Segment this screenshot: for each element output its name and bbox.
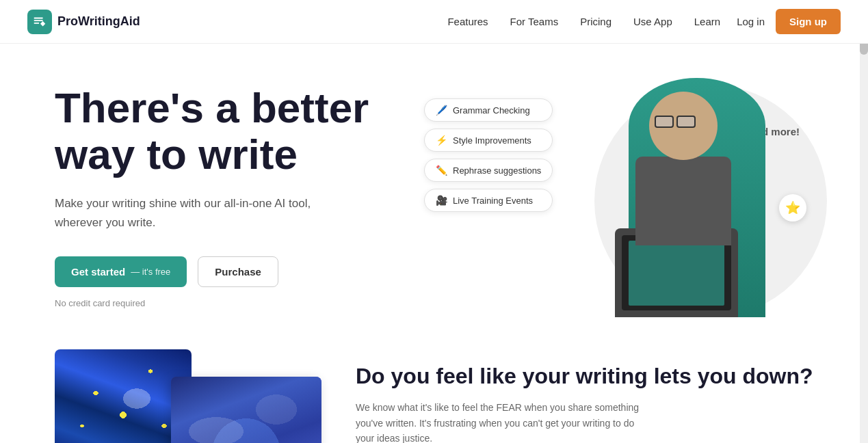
style-icon: ⚡ xyxy=(436,135,447,146)
nav-links: Features For Teams Pricing Use App Learn xyxy=(447,16,720,28)
nav-item-for-teams[interactable]: For Teams xyxy=(510,16,559,28)
artwork-front xyxy=(171,377,321,443)
nav-link-learn[interactable]: Learn xyxy=(694,16,720,27)
pill-rephrase-label: Rephrase suggestions xyxy=(453,165,541,176)
purchase-button[interactable]: Purchase xyxy=(198,256,278,287)
pill-style: ⚡ Style Improvements xyxy=(424,129,553,152)
login-link[interactable]: Log in xyxy=(737,16,765,27)
get-started-button[interactable]: Get started — it's free xyxy=(55,256,187,287)
bottom-body: We know what it's like to feel the FEAR … xyxy=(356,400,643,443)
logo-text: ProWritingAid xyxy=(57,14,140,29)
navbar: ProWritingAid Features For Teams Pricing… xyxy=(0,0,868,44)
nav-link-use-app[interactable]: Use App xyxy=(633,16,672,27)
nav-link-for-teams[interactable]: For Teams xyxy=(510,16,559,27)
pill-style-label: Style Improvements xyxy=(453,135,531,146)
logo-icon xyxy=(27,10,52,34)
hero-buttons: Get started — it's free Purchase xyxy=(55,256,438,287)
pill-grammar-label: Grammar Checking xyxy=(453,105,530,116)
nav-item-features[interactable]: Features xyxy=(447,16,488,28)
star-badge: ⭐ xyxy=(779,194,806,222)
nav-item-pricing[interactable]: Pricing xyxy=(580,16,611,28)
training-icon: 🎥 xyxy=(436,195,447,206)
nav-item-use-app[interactable]: Use App xyxy=(633,16,672,28)
pill-rephrase: ✏️ Rephrase suggestions xyxy=(424,159,553,182)
hero-title: There's a better way to write xyxy=(55,85,438,178)
hero-content: There's a better way to write Make your … xyxy=(55,85,438,308)
get-started-label: Get started xyxy=(71,266,125,278)
nav-item-learn[interactable]: Learn xyxy=(694,16,720,28)
feature-pills: 🖊️ Grammar Checking ⚡ Style Improvements… xyxy=(424,98,553,212)
hero-image: ...and more! ⭐ xyxy=(567,57,841,345)
bottom-right-content: Do you feel like your writing lets you d… xyxy=(356,349,813,443)
pill-training: 🎥 Live Training Events xyxy=(424,189,553,212)
scrollbar[interactable] xyxy=(860,0,868,443)
swirl-art xyxy=(171,377,321,443)
bottom-heading: Do you feel like your writing lets you d… xyxy=(356,363,813,389)
logo-link[interactable]: ProWritingAid xyxy=(27,10,140,34)
hero-section: There's a better way to write Make your … xyxy=(0,44,868,349)
hero-subtitle: Make your writing shine with our all-in-… xyxy=(55,194,328,231)
rephrase-icon: ✏️ xyxy=(436,165,447,176)
logo-svg xyxy=(32,14,47,29)
signup-button[interactable]: Sign up xyxy=(776,9,841,34)
nav-link-pricing[interactable]: Pricing xyxy=(580,16,611,27)
artwork-container: My idea in my head xyxy=(55,349,301,443)
nav-link-features[interactable]: Features xyxy=(447,16,488,27)
grammar-icon: 🖊️ xyxy=(436,105,447,116)
no-credit-text: No credit card required xyxy=(55,298,438,308)
pill-training-label: Live Training Events xyxy=(453,196,533,206)
pill-grammar: 🖊️ Grammar Checking xyxy=(424,98,553,122)
bottom-section: My idea in my head Do you feel like your… xyxy=(0,349,868,443)
get-started-suffix: — it's free xyxy=(131,267,170,277)
